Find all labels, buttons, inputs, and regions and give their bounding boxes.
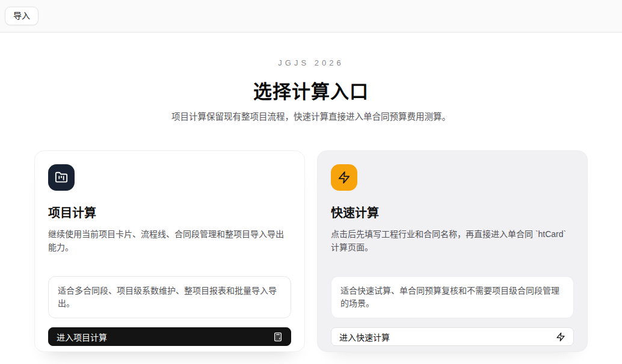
zap-icon — [556, 332, 565, 342]
page-title: 选择计算入口 — [0, 76, 622, 103]
import-button[interactable]: 导入 — [5, 7, 38, 25]
quick-note-box: 适合快速试算、单合同预算复核和不需要项目级合同段管理的场景。 — [331, 276, 574, 318]
quick-card-title: 快速计算 — [331, 203, 574, 221]
quick-icon-badge — [331, 164, 357, 191]
project-card-title: 项目计算 — [48, 203, 291, 221]
entry-cards: 项目计算 继续使用当前项目卡片、流程线、合同段管理和整项目导入导出能力。 适合多… — [34, 150, 588, 352]
calculator-icon — [273, 332, 283, 342]
card-quick-calculation: 快速计算 点击后先填写工程行业和合同名称，再直接进入单合同 `htCard` 计… — [317, 150, 588, 352]
page-subtitle: 项目计算保留现有整项目流程，快速计算直接进入单合同预算费用测算。 — [0, 110, 622, 122]
zap-icon — [337, 171, 351, 184]
enter-quick-calculation-button[interactable]: 进入快速计算 — [331, 327, 574, 346]
project-note-box: 适合多合同段、项目级系数维护、整项目报表和批量导入导出。 — [48, 276, 291, 318]
enter-quick-button-label: 进入快速计算 — [339, 331, 390, 343]
card-project-calculation: 项目计算 继续使用当前项目卡片、流程线、合同段管理和整项目导入导出能力。 适合多… — [34, 150, 305, 352]
top-bar: 导入 — [0, 0, 622, 32]
enter-project-calculation-button[interactable]: 进入项目计算 — [48, 327, 291, 346]
enter-project-button-label: 进入项目计算 — [57, 331, 107, 343]
project-card-description: 继续使用当前项目卡片、流程线、合同段管理和整项目导入导出能力。 — [48, 227, 291, 254]
folder-kanban-icon — [55, 171, 68, 184]
quick-card-description: 点击后先填写工程行业和合同名称，再直接进入单合同 `htCard` 计算页面。 — [331, 227, 574, 254]
hero-section: JGJS 2026 选择计算入口 项目计算保留现有整项目流程，快速计算直接进入单… — [0, 58, 622, 122]
hero-eyebrow: JGJS 2026 — [0, 58, 622, 67]
project-icon-badge — [48, 164, 75, 191]
